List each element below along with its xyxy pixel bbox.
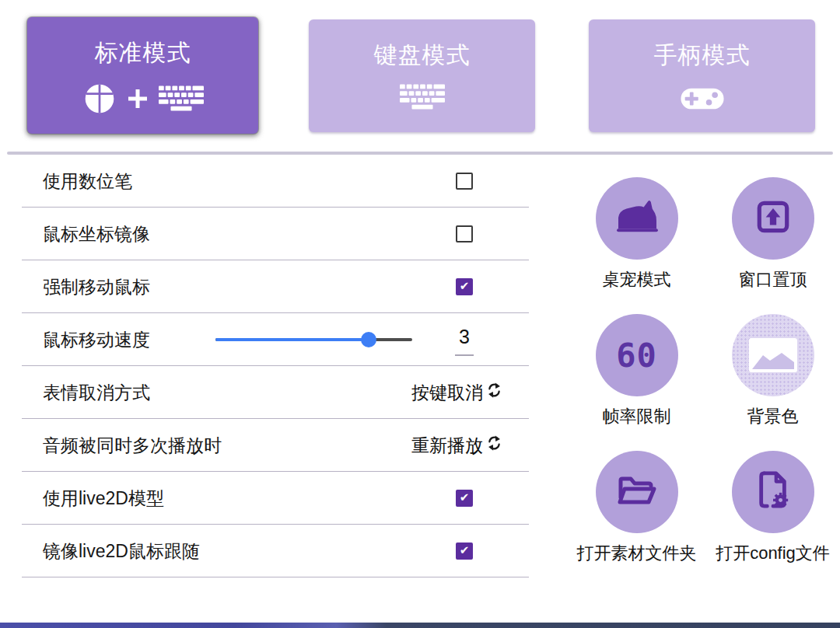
cycle-icon	[486, 381, 502, 403]
background-color-action: 背景色	[705, 314, 840, 451]
use-stylus-label: 使用数位笔	[43, 169, 132, 193]
mouse-speed-slider[interactable]	[215, 313, 412, 366]
bottom-edge-bar	[0, 623, 840, 628]
use-live2d-label: 使用live2D模型	[43, 486, 164, 510]
audio-replay-value: 重新播放	[411, 433, 483, 457]
open-assets-folder-action: 打开素材文件夹	[569, 451, 705, 588]
desktop-pet-label: 桌宠模式	[603, 268, 671, 291]
mouse-speed-underline	[455, 354, 474, 356]
open-assets-folder-label: 打开素材文件夹	[577, 542, 697, 565]
plus-icon	[128, 89, 148, 112]
fps-limit-button[interactable]: 60	[596, 314, 678, 396]
setting-row-mouse-mirror: 鼠标坐标镜像	[22, 208, 529, 260]
tab-keyboard-label: 键盘模式	[374, 40, 471, 72]
window-topmost-action: 窗口置顶	[705, 177, 840, 314]
open-config-file-action: 打开config文件	[705, 451, 840, 588]
audio-replay-label: 音频被同时多次播放时	[43, 433, 222, 457]
tab-gamepad-label: 手柄模式	[654, 40, 751, 72]
folder-open-icon	[615, 473, 659, 511]
arrow-up-square-icon	[754, 197, 793, 239]
open-config-file-button[interactable]	[732, 451, 814, 533]
background-color-button[interactable]	[732, 314, 814, 396]
slider-fill	[215, 338, 369, 341]
window-topmost-button[interactable]	[732, 177, 814, 260]
setting-row-mirror-live2d: 镜像live2D鼠标跟随	[22, 525, 529, 577]
mouse-speed-label: 鼠标移动速度	[43, 327, 150, 351]
background-color-label: 背景色	[747, 405, 799, 428]
open-assets-folder-button[interactable]	[596, 451, 678, 533]
setting-row-use-live2d: 使用live2D模型	[22, 472, 529, 525]
file-gear-icon	[755, 470, 791, 514]
settings-list: 使用数位笔 鼠标坐标镜像 强制移动鼠标 鼠标移动速度 3 表情取消方式 按键取消	[22, 155, 529, 577]
expression-cancel-value: 按键取消	[411, 380, 483, 404]
settings-window: 标准模式	[0, 0, 840, 628]
mouse-mirror-checkbox[interactable]	[456, 225, 473, 242]
force-move-mouse-label: 强制移动鼠标	[43, 274, 150, 298]
setting-row-use-stylus: 使用数位笔	[22, 155, 529, 208]
audio-replay-select[interactable]: 重新播放	[411, 433, 502, 457]
tab-keyboard-mode[interactable]: 键盘模式	[309, 19, 535, 132]
mirror-live2d-label: 镜像live2D鼠标跟随	[43, 539, 200, 563]
slider-thumb[interactable]	[361, 332, 376, 347]
mouse-speed-value[interactable]: 3	[455, 326, 474, 348]
fps-60-icon: 60	[616, 337, 657, 375]
fps-limit-label: 帧率限制	[603, 405, 671, 428]
image-icon	[749, 338, 797, 372]
quick-actions: 桌宠模式 窗口置顶 60 帧率限制	[569, 177, 840, 588]
mirror-live2d-checkbox[interactable]	[456, 543, 473, 560]
gamepad-icon	[678, 84, 726, 117]
mouse-icon	[82, 82, 117, 119]
force-move-mouse-checkbox[interactable]	[456, 278, 473, 295]
use-live2d-checkbox[interactable]	[456, 490, 473, 507]
mouse-mirror-label: 鼠标坐标镜像	[43, 222, 150, 246]
tab-gamepad-mode[interactable]: 手柄模式	[589, 19, 815, 132]
setting-row-expression-cancel: 表情取消方式 按键取消	[22, 366, 529, 419]
expression-cancel-label: 表情取消方式	[43, 380, 150, 404]
use-stylus-checkbox[interactable]	[456, 173, 473, 190]
expression-cancel-select[interactable]: 按键取消	[411, 380, 502, 404]
tab-standard-label: 标准模式	[95, 37, 191, 69]
desktop-pet-action: 桌宠模式	[569, 177, 705, 314]
open-config-file-label: 打开config文件	[716, 542, 830, 565]
desktop-pet-button[interactable]	[596, 177, 678, 260]
setting-row-mouse-speed: 鼠标移动速度 3	[22, 313, 529, 366]
window-topmost-label: 窗口置顶	[739, 268, 807, 291]
keyboard-icon	[400, 84, 445, 113]
keyboard-icon	[159, 85, 204, 115]
tab-standard-mode[interactable]: 标准模式	[27, 17, 258, 134]
setting-row-force-move-mouse: 强制移动鼠标	[22, 260, 529, 313]
setting-row-audio-replay: 音频被同时多次播放时 重新播放	[22, 419, 529, 472]
cat-icon	[613, 198, 661, 239]
cycle-icon	[486, 434, 502, 456]
fps-limit-action: 60 帧率限制	[569, 314, 705, 451]
